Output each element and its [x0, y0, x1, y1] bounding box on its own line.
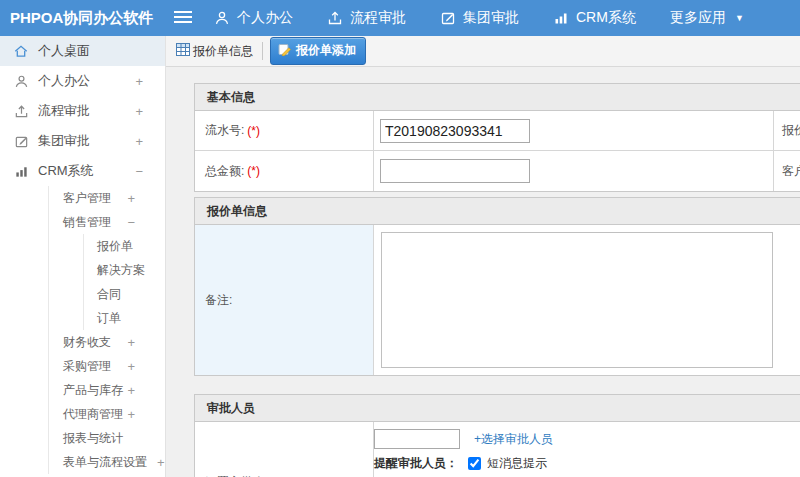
- sidebar-item-solution[interactable]: 解决方案: [84, 258, 165, 282]
- sidebar-item-label: 流程审批: [38, 102, 90, 120]
- nav-group-approval[interactable]: 集团审批: [440, 9, 519, 27]
- sidebar-item-purchase-mgmt[interactable]: 采购管理 +: [49, 354, 165, 378]
- sidebar-item-reports-stats[interactable]: 报表与统计: [49, 426, 165, 450]
- expand-icon[interactable]: +: [127, 191, 135, 206]
- sidebar-item-label: 合同: [97, 286, 121, 303]
- grid-icon: [176, 43, 190, 59]
- section-header: 基本信息: [195, 84, 800, 111]
- sidebar-item-label: 集团审批: [38, 132, 90, 150]
- expand-icon[interactable]: +: [127, 407, 135, 422]
- user-icon: [13, 74, 29, 89]
- form-add-icon: [278, 43, 292, 59]
- form-row-remark: 备注:: [195, 225, 800, 375]
- content-area: 报价单信息 报价单添加 基本信息 流水号: (: [166, 36, 800, 477]
- form-row-approver: 设置审批人员: (*) +选择审批人员 提醒审批人员： 短消息提示: [195, 422, 800, 477]
- sidebar-item-sales-mgmt[interactable]: 销售管理 −: [49, 210, 165, 234]
- form-row-serial: 流水号: (*) 报价: [195, 111, 800, 151]
- menu-toggle-button[interactable]: [174, 10, 192, 27]
- sidebar-item-label: 个人办公: [38, 72, 90, 90]
- sidebar-item-order[interactable]: 订单: [84, 306, 165, 330]
- sidebar-item-label: 采购管理: [63, 358, 111, 375]
- expand-icon[interactable]: +: [127, 383, 135, 398]
- quotation-add-form: 基本信息 流水号: (*) 报价 总金额:: [166, 67, 800, 477]
- section-header: 审批人员: [195, 395, 800, 422]
- section-approval: 审批人员 设置审批人员: (*) +选择审批人员 提醒审: [194, 394, 800, 477]
- sidebar-item-crm-system[interactable]: CRM系统 −: [0, 156, 165, 186]
- sidebar-item-customer-mgmt[interactable]: 客户管理 +: [49, 186, 165, 210]
- caret-down-icon: ▼: [735, 13, 744, 23]
- sidebar-item-label: 个人桌面: [38, 42, 90, 60]
- sidebar-item-label: 报价单: [97, 238, 133, 255]
- serial-label: 流水号: (*): [195, 111, 374, 150]
- nav-more-apps[interactable]: 更多应用 ▼: [670, 9, 744, 27]
- tab-quotation-info[interactable]: 报价单信息: [176, 43, 253, 60]
- home-icon: [13, 43, 29, 59]
- section-quotation-info: 报价单信息 备注:: [194, 197, 800, 376]
- nav-label: 更多应用: [670, 9, 726, 27]
- top-nav: 个人办公 流程审批 集团审批 CRM系统 更多应用: [214, 9, 744, 27]
- crm-submenu: 客户管理 + 销售管理 − 报价单 解决方案 合同: [48, 186, 165, 474]
- form-row-amount: 总金额: (*) 客户: [195, 151, 800, 191]
- sidebar-item-workflow-approval[interactable]: 流程审批 +: [0, 96, 165, 126]
- serial-input[interactable]: [380, 119, 530, 143]
- user-icon: [214, 10, 230, 26]
- expand-icon[interactable]: +: [157, 455, 165, 470]
- nav-label: 个人办公: [237, 9, 293, 27]
- sidebar-item-quotation[interactable]: 报价单: [84, 234, 165, 258]
- sidebar-item-agent-mgmt[interactable]: 代理商管理 +: [49, 402, 165, 426]
- sidebar-item-personal-office[interactable]: 个人办公 +: [0, 66, 165, 96]
- collapse-icon[interactable]: −: [135, 164, 143, 179]
- remind-approver-label: 提醒审批人员：: [374, 455, 458, 472]
- sidebar-item-label: 代理商管理: [63, 406, 123, 423]
- sales-submenu: 报价单 解决方案 合同 订单: [83, 234, 165, 330]
- tab-quotation-add[interactable]: 报价单添加: [270, 37, 366, 65]
- quote-name-label-truncated: 报价: [774, 111, 800, 150]
- expand-icon[interactable]: +: [135, 74, 143, 89]
- app-logo: PHPOA协同办公软件: [0, 9, 166, 28]
- tab-divider: [262, 42, 263, 60]
- amount-label: 总金额: (*): [195, 151, 374, 191]
- app-window: PHPOA协同办公软件 个人办公 流程审批: [0, 0, 800, 477]
- nav-crm-system[interactable]: CRM系统: [553, 9, 636, 27]
- tab-bar: 报价单信息 报价单添加: [166, 36, 800, 67]
- sidebar-item-label: 产品与库存: [63, 382, 123, 399]
- flow-icon: [13, 104, 29, 119]
- sms-notify-checkbox[interactable]: [468, 457, 481, 470]
- expand-icon[interactable]: +: [135, 134, 143, 149]
- nav-label: CRM系统: [576, 9, 636, 27]
- expand-icon[interactable]: +: [135, 104, 143, 119]
- sidebar-item-group-approval[interactable]: 集团审批 +: [0, 126, 165, 156]
- hamburger-icon: [174, 10, 192, 27]
- sms-notify-label: 短消息提示: [487, 455, 547, 472]
- remark-label: 备注:: [195, 225, 374, 375]
- approver-input[interactable]: [374, 429, 460, 449]
- choose-approver-link[interactable]: +选择审批人员: [474, 431, 553, 448]
- flow-icon: [327, 10, 343, 26]
- sidebar-item-label: 销售管理: [63, 214, 111, 231]
- collapse-icon[interactable]: −: [127, 215, 135, 230]
- sidebar-item-form-flow-settings[interactable]: 表单与流程设置 +: [49, 450, 165, 474]
- customer-label-truncated: 客户: [774, 151, 800, 191]
- required-mark: (*): [247, 164, 260, 178]
- remark-textarea[interactable]: [381, 232, 773, 368]
- edit-icon: [440, 10, 456, 26]
- nav-personal-office[interactable]: 个人办公: [214, 9, 293, 27]
- section-basic-info: 基本信息 流水号: (*) 报价 总金额:: [194, 83, 800, 192]
- sidebar-item-label: 解决方案: [97, 262, 145, 279]
- sidebar-item-label: 客户管理: [63, 190, 111, 207]
- amount-input[interactable]: [380, 159, 530, 183]
- sidebar-item-contract[interactable]: 合同: [84, 282, 165, 306]
- expand-icon[interactable]: +: [127, 335, 135, 350]
- expand-icon[interactable]: +: [127, 359, 135, 374]
- tab-label: 报价单添加: [296, 42, 356, 59]
- tab-label: 报价单信息: [193, 43, 253, 60]
- nav-workflow-approval[interactable]: 流程审批: [327, 9, 406, 27]
- sidebar-item-finance[interactable]: 财务收支 +: [49, 330, 165, 354]
- sidebar-item-label: CRM系统: [38, 162, 94, 180]
- sidebar-item-personal-desktop[interactable]: 个人桌面: [0, 36, 165, 66]
- sidebar-item-product-inventory[interactable]: 产品与库存 +: [49, 378, 165, 402]
- chart-icon: [13, 164, 29, 179]
- top-header: PHPOA协同办公软件 个人办公 流程审批: [0, 0, 800, 36]
- required-mark: (*): [247, 124, 260, 138]
- approver-label: 设置审批人员: (*): [195, 422, 374, 477]
